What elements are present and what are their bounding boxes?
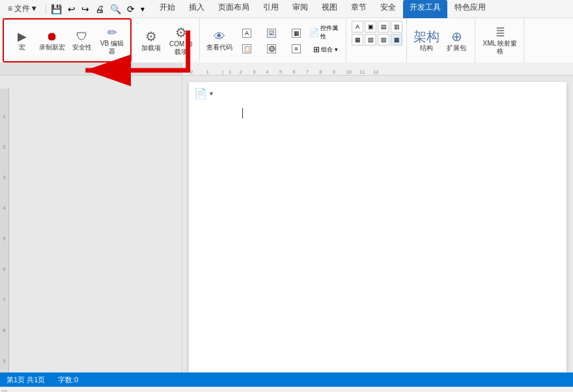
ribbon: ▶ 宏 ⏺ 录制新宏 🛡 安全性 ✏ VB 编辑器 ⚙ 加载 (0, 18, 573, 63)
ctrl-icon-1[interactable]: A (235, 26, 259, 40)
layout-btn-2[interactable]: ▣ (365, 21, 376, 33)
lruler-8: 8 (3, 328, 5, 333)
ctrl-c-icon: ▦ (292, 29, 301, 38)
print-icon[interactable]: 🖨 (93, 3, 106, 16)
addins-label: 加载项 (141, 44, 161, 52)
ctrl-f-icon: ≡ (292, 44, 301, 53)
group-label: 组合 ▾ (321, 46, 338, 54)
tab-chapter[interactable]: 章节 (344, 0, 373, 18)
doc-file-icon[interactable]: 📄 (194, 87, 207, 100)
search-toolbar-icon[interactable]: 🔍 (108, 3, 123, 16)
ctrl-icon-6[interactable]: ≡ (285, 42, 308, 56)
com-addins-button[interactable]: ⚙ COM 加载项 (167, 25, 195, 57)
refresh-icon[interactable]: ⟳ (125, 3, 137, 16)
lruler-9: 9 (3, 358, 5, 364)
tab-pagelayout[interactable]: 页面布局 (212, 0, 256, 18)
ctrl-icon-2[interactable]: ☑ (260, 26, 283, 40)
lruler-4: 4 (3, 205, 5, 211)
xml-label: XML 映射窗格 (482, 40, 518, 55)
view-code-button[interactable]: 👁 查看代码 (205, 25, 234, 57)
tick-2: 2 (239, 69, 242, 75)
macro-label: 宏 (19, 44, 25, 51)
macro-icon: ▶ (18, 31, 27, 42)
tab-review[interactable]: 审阅 (286, 0, 314, 18)
tick-12: 12 (373, 69, 379, 75)
layout-grid: A ▣ ▤ ▥ ▦ ▧ ▨ ▩ (352, 21, 402, 46)
more-icon[interactable]: ▾ (139, 3, 147, 15)
lruler-6: 6 (3, 266, 5, 272)
tab-start[interactable]: 开始 (153, 0, 182, 18)
xml-pane-button[interactable]: ≣ XML 映射窗格 (481, 25, 520, 57)
ctrl-icon-4[interactable]: 📋 (235, 42, 259, 56)
control-properties-button[interactable]: 📄 控件属性 (309, 25, 342, 40)
undo-icon[interactable]: ↩ (66, 3, 77, 16)
doc-dropdown-icon[interactable]: ▾ (210, 90, 213, 97)
tick-11: 11 (359, 69, 365, 75)
macros-items: ▶ 宏 ⏺ 录制新宏 🛡 安全性 ✏ VB 编辑器 (8, 22, 126, 60)
status-bar: 第1页 共1页 字数:0 (0, 372, 573, 387)
structure-button[interactable]: 架构 结构 (412, 25, 441, 57)
structure-icon: 架构 (413, 30, 440, 43)
lruler-1: 1 (3, 113, 5, 119)
tick-8: 8 (319, 69, 322, 75)
security-icon: 🛡 (76, 31, 88, 42)
com-icon: ⚙ (175, 26, 187, 39)
save-icon[interactable]: 💾 (49, 3, 64, 16)
structure-label: 结构 (420, 44, 433, 52)
ctrl-icon-3[interactable]: ▦ (285, 26, 308, 40)
tab-security[interactable]: 安全 (374, 0, 402, 18)
ribbon-group-controls: 👁 查看代码 A ☑ ▦ 📋 (201, 18, 346, 63)
tab-view[interactable]: 视图 (315, 0, 344, 18)
macro-button[interactable]: ▶ 宏 (8, 25, 36, 57)
left-sidebar: 1 2 3 4 5 6 7 8 9 10 11 (0, 76, 182, 372)
file-menu[interactable]: ≡ 文件▼ (3, 2, 43, 16)
ruler-area: 2 1 | 1 2 3 4 5 6 7 8 9 10 11 12 (0, 63, 573, 76)
group-button[interactable]: ⊞ 组合 ▾ (309, 42, 342, 57)
lruler-5: 5 (3, 236, 5, 242)
com-label: COM 加载项 (168, 40, 194, 56)
view-code-label: 查看代码 (206, 44, 232, 51)
layout-btn-1[interactable]: A (352, 21, 363, 33)
ribbon-group-addins: ⚙ 加载项 ⚙ COM 加载项 (133, 18, 200, 63)
cursor-line (242, 108, 243, 119)
tab-reference[interactable]: 引用 (257, 0, 285, 18)
xml-items: ≣ XML 映射窗格 (481, 21, 520, 61)
tick-7: 7 (306, 69, 309, 75)
menu-bar: ≡ 文件▼ 💾 ↩ ↪ 🖨 🔍 ⟳ ▾ 开始 插入 页面布局 引用 审阅 视图 … (0, 0, 573, 18)
layout-btn-4[interactable]: ▥ (391, 21, 402, 33)
properties-label: 控件属性 (320, 24, 342, 41)
record-macro-button[interactable]: ⏺ 录制新宏 (38, 25, 66, 57)
properties-icon: 📄 (309, 28, 319, 37)
redo-icon[interactable]: ↪ (79, 3, 91, 16)
controls-items: 👁 查看代码 A ☑ ▦ 📋 (205, 21, 342, 61)
ribbon-group-xml: ≣ XML 映射窗格 (477, 18, 524, 63)
tick-4: 4 (266, 69, 268, 75)
record-label: 录制新宏 (39, 44, 65, 51)
vb-icon: ✏ (107, 27, 117, 38)
tab-insert[interactable]: 插入 (182, 0, 211, 18)
document-area[interactable]: 📄 ▾ (182, 76, 573, 372)
addins-button[interactable]: ⚙ 加载项 (137, 25, 165, 57)
document-page[interactable]: 📄 ▾ (189, 82, 566, 372)
expand-button[interactable]: ⊕ 扩展包 (442, 25, 471, 57)
layout-btn-3[interactable]: ▤ (378, 21, 389, 33)
lruler-2: 2 (3, 144, 5, 150)
word-count: 字数:0 (58, 375, 78, 385)
layout-btn-6[interactable]: ▧ (365, 34, 376, 46)
vb-editor-button[interactable]: ✏ VB 编辑器 (98, 25, 126, 57)
tick-neg2: 2 (190, 69, 193, 75)
tab-features[interactable]: 特色应用 (448, 0, 492, 18)
ribbon-group-layout: A ▣ ▤ ▥ ▦ ▧ ▨ ▩ (348, 18, 407, 63)
xml-icon: ≣ (496, 27, 505, 38)
layout-btn-7[interactable]: ▨ (378, 34, 389, 46)
structure-items: 架构 结构 ⊕ 扩展包 (412, 21, 471, 61)
security-label: 安全性 (72, 44, 92, 51)
addins-items: ⚙ 加载项 ⚙ COM 加载项 (137, 21, 195, 61)
ctrl-icon-5[interactable]: 🔘 (260, 42, 283, 56)
layout-btn-5[interactable]: ▦ (352, 34, 363, 46)
ruler-ticks: 2 1 | 1 2 3 4 5 6 7 8 9 10 11 12 (185, 63, 379, 75)
tab-developer[interactable]: 开发工具 (403, 0, 447, 18)
tick-6: 6 (292, 69, 295, 75)
layout-btn-8[interactable]: ▩ (391, 34, 402, 46)
security-button[interactable]: 🛡 安全性 (68, 25, 96, 57)
